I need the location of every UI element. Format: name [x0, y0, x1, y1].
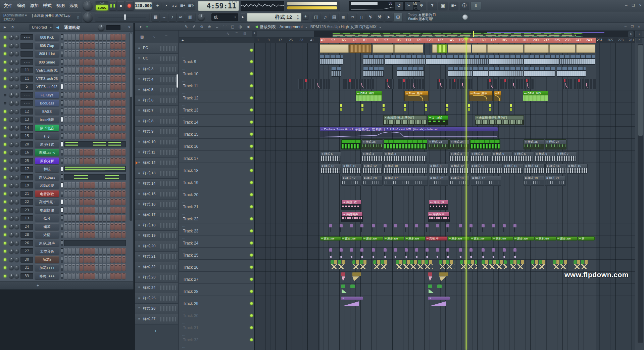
- clip[interactable]: ≡ 样式 3: [470, 151, 491, 162]
- clip[interactable]: [394, 248, 397, 258]
- clip[interactable]: ≡ 样式 17: [384, 176, 428, 186]
- channel-pan-knob[interactable]: [9, 167, 14, 171]
- channel-pan-knob[interactable]: [9, 224, 14, 229]
- step-cell[interactable]: [64, 190, 67, 197]
- clip[interactable]: ∞ 原乡..toff: [535, 236, 556, 240]
- channel-mini-fader[interactable]: [61, 224, 63, 230]
- clip[interactable]: [329, 248, 332, 258]
- clip[interactable]: [513, 248, 516, 258]
- clip[interactable]: [492, 224, 495, 234]
- step-cell[interactable]: [68, 75, 71, 82]
- track-options-dots[interactable]: ...: [182, 285, 186, 288]
- step-cell[interactable]: [110, 34, 114, 40]
- menu-item-选项[interactable]: 选项: [69, 3, 78, 9]
- track-mute-led[interactable]: [250, 145, 253, 148]
- clip[interactable]: [384, 139, 427, 149]
- clip[interactable]: [350, 224, 353, 234]
- step-cell[interactable]: [76, 223, 79, 230]
- track-mute-led[interactable]: [250, 60, 253, 63]
- step-cell[interactable]: [103, 125, 106, 131]
- channel-pan-knob[interactable]: [9, 265, 14, 270]
- step-cell[interactable]: [64, 231, 67, 238]
- step-cell[interactable]: [80, 264, 83, 271]
- channel-target-value[interactable]: 16: [20, 149, 33, 156]
- channel-mini-fader[interactable]: [61, 166, 63, 172]
- track-auto-icon[interactable]: ⌒: [235, 32, 238, 36]
- step-cell[interactable]: [91, 125, 95, 131]
- clip[interactable]: [560, 55, 595, 65]
- clip[interactable]: [404, 104, 406, 113]
- clip[interactable]: [469, 224, 473, 234]
- track-name[interactable]: Track 9: [183, 59, 196, 64]
- clip[interactable]: [415, 248, 418, 258]
- browser-panel-icon[interactable]: ▱: [348, 13, 356, 21]
- channel-piano-preview[interactable]: [64, 240, 126, 246]
- step-cell[interactable]: [84, 182, 87, 188]
- step-cell[interactable]: [99, 75, 102, 82]
- step-cell[interactable]: [99, 248, 102, 254]
- step-cell[interactable]: [91, 92, 95, 98]
- channel-mini-fader[interactable]: [61, 92, 63, 98]
- clip[interactable]: ∞ 原乡..toff: [341, 236, 362, 240]
- channel-volume-knob[interactable]: [14, 150, 19, 155]
- track-mute-led[interactable]: [250, 133, 253, 136]
- channel-pan-knob[interactable]: [9, 51, 14, 56]
- step-cell[interactable]: [114, 248, 118, 254]
- channel-target-value[interactable]: 23: [20, 207, 33, 213]
- picker-audio-tab[interactable]: ∿: [152, 35, 155, 39]
- track-options-dots[interactable]: ...: [182, 103, 186, 106]
- clip[interactable]: ∞ 高潮..率: [426, 236, 447, 240]
- clip[interactable]: [329, 224, 332, 234]
- step-cell[interactable]: [103, 108, 106, 115]
- track-mute-led[interactable]: [250, 181, 253, 184]
- download-icon[interactable]: ⇩: [471, 2, 481, 10]
- step-cell[interactable]: [103, 231, 106, 238]
- channel-button[interactable]: VEE3..ash 01: [35, 67, 59, 74]
- step-cell[interactable]: [103, 149, 106, 156]
- step-cell[interactable]: [110, 75, 114, 82]
- step-cell[interactable]: [68, 125, 71, 131]
- add-track-button[interactable]: +: [182, 38, 184, 42]
- channel-mini-fader[interactable]: [61, 199, 63, 205]
- clip[interactable]: [576, 44, 595, 53]
- step-cell[interactable]: [118, 116, 121, 123]
- step-cell[interactable]: [118, 158, 121, 164]
- step-cell[interactable]: [80, 108, 83, 115]
- channel-volume-knob[interactable]: [14, 51, 19, 56]
- step-cell[interactable]: [107, 256, 110, 263]
- step-cell[interactable]: [122, 34, 126, 40]
- channel-button[interactable]: bass低音: [35, 116, 59, 123]
- step-cell[interactable]: [91, 34, 95, 40]
- step-cell[interactable]: [103, 248, 106, 254]
- step-cell[interactable]: [87, 215, 91, 221]
- channel-mini-fader[interactable]: [61, 240, 63, 246]
- clip[interactable]: ≡ 样式 20: [362, 176, 383, 186]
- channel-mute-led[interactable]: [4, 176, 6, 179]
- channel-mini-fader[interactable]: [61, 108, 63, 115]
- channel-pan-knob[interactable]: [9, 208, 14, 213]
- clip[interactable]: [426, 224, 429, 234]
- step-cell[interactable]: [99, 231, 102, 238]
- snap-magnet-icon[interactable]: ∩: [144, 24, 150, 30]
- channel-mute-led[interactable]: [4, 160, 6, 162]
- step-cell[interactable]: [95, 92, 98, 98]
- step-cell[interactable]: [87, 190, 91, 197]
- track-header[interactable]: ...Track 31: [179, 320, 254, 332]
- step-cell[interactable]: [114, 100, 118, 106]
- step-cell[interactable]: [114, 34, 118, 40]
- step-cell[interactable]: [107, 133, 110, 139]
- clip[interactable]: ≡ 样式 12: [362, 164, 383, 174]
- track-header[interactable]: ...Track 25: [179, 248, 254, 260]
- step-cell[interactable]: [76, 34, 79, 40]
- rack-scrollbar[interactable]: [130, 33, 132, 221]
- step-cell[interactable]: [107, 199, 110, 205]
- clip[interactable]: [415, 224, 418, 234]
- step-cell[interactable]: [107, 182, 110, 188]
- clip[interactable]: [360, 248, 363, 258]
- pattern-item[interactable]: ≡样式 19: [135, 231, 178, 241]
- track-options-dots[interactable]: ...: [182, 224, 186, 227]
- track-lane[interactable]: ↦↦: [254, 296, 635, 308]
- step-cell[interactable]: [72, 256, 75, 263]
- step-cell[interactable]: [99, 190, 102, 197]
- clip[interactable]: ∞F: [494, 91, 501, 101]
